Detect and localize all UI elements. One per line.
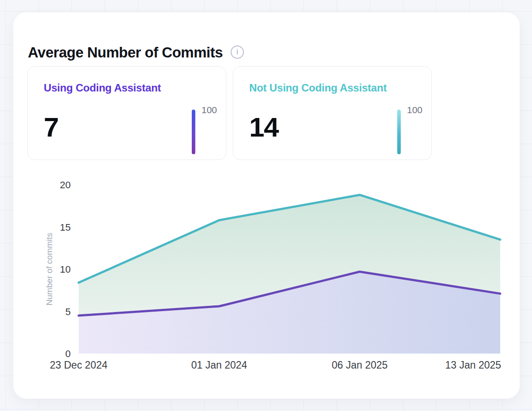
commits-card: Average Number of Commits i Using Coding… [13, 12, 520, 399]
gauge-bar [397, 110, 401, 154]
stats-row: Using Coding Assistant 7 100 Not Using C… [27, 66, 432, 160]
x-tick-label: 01 Jan 2024 [191, 359, 247, 371]
card-header: Average Number of Commits i [28, 43, 244, 61]
gauge-max-label: 100 [201, 105, 217, 115]
x-tick-label: 13 Jan 2025 [445, 359, 501, 371]
stat-title: Using Coding Assistant [44, 82, 161, 94]
gauge-bar [192, 110, 195, 154]
stat-value: 14 [249, 114, 278, 141]
stat-card-not-using-assistant: Not Using Coding Assistant 14 100 [233, 66, 432, 160]
commits-chart[interactable]: 05101520Number of commits23 Dec 202401 J… [13, 172, 520, 380]
page-title: Average Number of Commits [28, 45, 223, 60]
y-tick-label: 20 [60, 179, 71, 190]
stat-value: 7 [44, 114, 58, 141]
gauge-max-label: 100 [407, 105, 422, 115]
y-axis-label: Number of commits [45, 233, 54, 306]
y-tick-label: 5 [65, 306, 71, 317]
x-tick-label: 23 Dec 2024 [50, 359, 108, 371]
stat-title: Not Using Coding Assistant [249, 82, 387, 94]
commits-area-chart[interactable]: 05101520Number of commits23 Dec 202401 J… [13, 172, 520, 380]
x-tick-label: 06 Jan 2025 [332, 359, 388, 371]
y-tick-label: 10 [60, 264, 71, 275]
info-icon[interactable]: i [231, 46, 244, 59]
info-icon-glyph: i [236, 49, 238, 56]
y-tick-label: 0 [65, 348, 71, 359]
y-tick-label: 15 [60, 222, 71, 233]
stat-card-using-assistant: Using Coding Assistant 7 100 [27, 66, 226, 160]
